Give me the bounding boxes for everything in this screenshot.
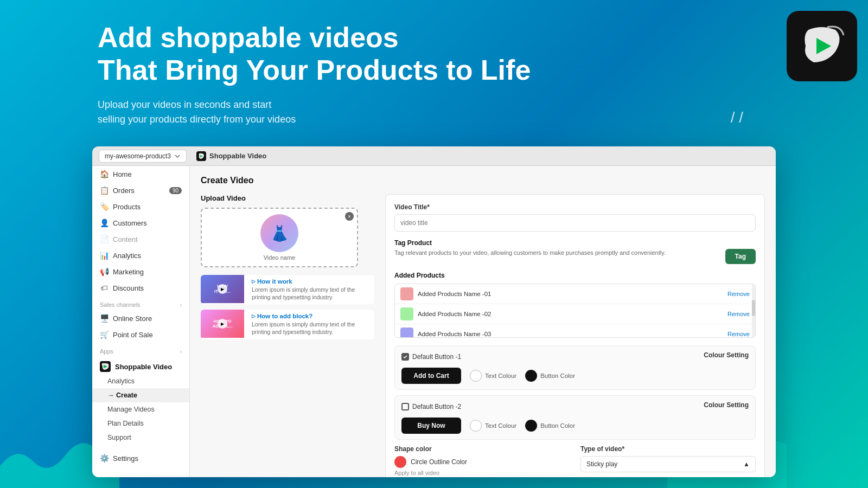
sidebar-item-products[interactable]: 🏷️ Products	[92, 198, 189, 215]
upload-area[interactable]: × Video name	[201, 208, 358, 267]
add-to-cart-button[interactable]: Add to Cart	[401, 368, 461, 384]
analytics-icon: 📊	[100, 251, 108, 260]
apps-section: Apps ›	[92, 343, 189, 357]
red-circle-icon[interactable]	[394, 456, 406, 468]
video-title-input[interactable]	[394, 214, 756, 232]
sidebar-sub-support[interactable]: Support	[92, 431, 189, 445]
hero-subtitle-2: selling your products directly from your…	[98, 112, 868, 127]
product-thumb-icon-3	[400, 328, 413, 338]
tutorial-info-2: ▷ How to add block? Lorem ipsum is simpl…	[250, 310, 374, 339]
sidebar-item-marketing[interactable]: 📢 Marketing	[92, 264, 189, 280]
customers-label: Customers	[113, 219, 147, 227]
button-row-1: Default Button -1 Colour Setting	[401, 351, 749, 362]
colour-options-2: Text Colour Button Color	[470, 420, 575, 432]
customers-icon: 👤	[100, 219, 108, 227]
products-icon: 🏷️	[100, 202, 108, 211]
button-colour-option-2[interactable]: Button Color	[525, 420, 575, 432]
point-of-sale-label: Point of Sale	[113, 331, 153, 339]
store-name: my-awesome-product3	[105, 152, 171, 160]
sidebar-item-point-of-sale[interactable]: 🛒 Point of Sale	[92, 326, 189, 343]
sidebar-item-settings[interactable]: ⚙️ Settings	[92, 450, 189, 466]
main-layout: 🏠 Home 📋 Orders 90 🏷️ Products 👤 Custome…	[92, 166, 776, 477]
tutorial-info-1: ▷ How it work Lorem ipsum is simply dumm…	[250, 275, 374, 304]
sidebar-item-home[interactable]: 🏠 Home	[92, 166, 189, 182]
online-store-icon: 🖥️	[100, 314, 108, 323]
play-link-icon-1: ▷	[252, 279, 256, 284]
button-colour-label-1: Button Color	[540, 373, 575, 379]
product-name-3: Added Products Name -03	[418, 331, 723, 337]
page-title: Create Video	[201, 176, 765, 185]
apps-chevron-icon: ›	[180, 349, 182, 355]
text-colour-circle-1	[470, 370, 482, 382]
sidebar-sub-plan[interactable]: Plan Details	[92, 416, 189, 431]
default-button-2-checkbox[interactable]: Default Button -2	[401, 403, 461, 410]
right-panel: Video Title* Tag Product Tag relevant pr…	[385, 194, 765, 477]
button-section-1: Default Button -1 Colour Setting Add to …	[394, 345, 756, 390]
button-colour-circle-2	[525, 420, 537, 432]
marketing-icon: 📢	[100, 267, 108, 276]
play-icon-1: ▶	[218, 284, 227, 294]
chevron-icon: ›	[180, 302, 182, 308]
colour-setting-label-2: Colour Setting	[704, 401, 749, 409]
button-colour-label-2: Button Color	[540, 422, 575, 429]
colour-setting-label-1: Colour Setting	[704, 351, 749, 359]
create-form: Upload Video × Video name HOWIT WO... ▶	[201, 194, 765, 477]
button-row-2: Default Button -2 Colour Setting	[401, 401, 749, 412]
content-label: Content	[113, 235, 138, 243]
remove-product-1[interactable]: Remove	[727, 291, 750, 297]
sidebar-item-content[interactable]: 📄 Content	[92, 231, 189, 247]
sidebar-sub-create[interactable]: Create	[92, 388, 189, 402]
hero-subtitle-1: Upload your videos in seconds and start	[98, 98, 868, 112]
products-label: Products	[113, 203, 141, 211]
video-title-label: Video Title*	[394, 203, 756, 211]
product-thumb-icon-2	[400, 307, 413, 320]
default-button-1-checkbox[interactable]: Default Button -1	[401, 353, 461, 361]
tag-product-row: Tag relevant products to your video, all…	[394, 249, 756, 264]
content-icon: 📄	[100, 235, 108, 243]
app-logo-box	[787, 11, 857, 81]
sidebar-sub-analytics[interactable]: Analytics	[92, 374, 189, 388]
shoppable-video-section: Shoppable Video	[92, 357, 189, 374]
hero-title-1: Add shoppable videos	[98, 22, 868, 54]
product-thumb-icon-1	[400, 287, 413, 300]
product-name-2: Added Products Name -02	[418, 311, 723, 317]
sidebar-item-discounts[interactable]: 🏷 Discounts	[92, 280, 189, 296]
sidebar-item-online-store[interactable]: 🖥️ Online Store	[92, 310, 189, 326]
remove-product-2[interactable]: Remove	[727, 311, 750, 317]
apply-to-all-label: Apply to all video	[394, 470, 570, 476]
marketing-label: Marketing	[113, 268, 144, 276]
tag-product-section: Tag Product Tag relevant products to you…	[394, 239, 756, 264]
app-tab-logo	[196, 151, 206, 161]
hero-section: Add shoppable videos That Bring Your Pro…	[0, 0, 868, 127]
type-of-video-value: Sticky play	[586, 460, 617, 468]
text-colour-option-1[interactable]: Text Colour	[470, 370, 516, 382]
tab-title: Shoppable Video	[209, 152, 266, 160]
shape-color-row: Circle Outline Color	[394, 456, 570, 468]
store-selector[interactable]: my-awesome-product3	[99, 150, 187, 163]
scrollbar-thumb[interactable]	[752, 300, 755, 316]
remove-product-3[interactable]: Remove	[727, 331, 750, 337]
button-controls-2: Buy Now Text Colour Button Color	[401, 418, 749, 434]
sidebar-item-orders[interactable]: 📋 Orders 90	[92, 182, 189, 198]
buy-now-button[interactable]: Buy Now	[401, 418, 461, 434]
tutorial-thumb-1: HOWIT WO... ▶	[201, 275, 244, 303]
left-panel: Upload Video × Video name HOWIT WO... ▶	[201, 194, 374, 477]
text-colour-label-2: Text Colour	[485, 422, 516, 429]
tag-button[interactable]: Tag	[725, 249, 756, 264]
tutorial-desc-2: Lorem ipsum is simply dummy text of the …	[252, 321, 372, 336]
tag-product-header: Tag Product	[394, 239, 756, 247]
tutorial-link-1[interactable]: ▷ How it work	[252, 278, 372, 285]
type-of-video-select[interactable]: Sticky play ▲	[580, 456, 756, 472]
sidebar-item-analytics[interactable]: 📊 Analytics	[92, 247, 189, 264]
upload-close-button[interactable]: ×	[345, 212, 354, 221]
text-colour-option-2[interactable]: Text Colour	[470, 420, 516, 432]
sidebar-sub-manage[interactable]: Manage Videos	[92, 402, 189, 416]
hero-title-2: That Bring Your Products to Life	[98, 54, 868, 87]
tutorial-link-2[interactable]: ▷ How to add block?	[252, 313, 372, 319]
shoppable-icon	[101, 363, 109, 370]
check-icon-1	[403, 355, 407, 359]
sidebar-item-customers[interactable]: 👤 Customers	[92, 215, 189, 231]
tutorial-item-2: HOW TOADD BL... ▶ ▷ How to add block? Lo…	[201, 310, 374, 339]
button-colour-option-1[interactable]: Button Color	[525, 370, 575, 382]
settings-label: Settings	[113, 454, 138, 463]
